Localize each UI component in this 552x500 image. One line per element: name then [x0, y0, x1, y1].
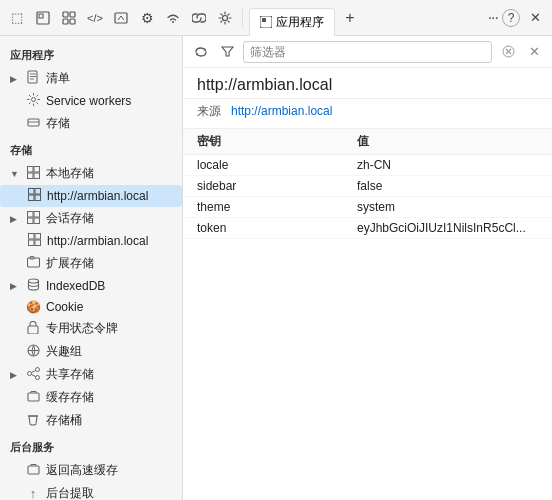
refresh-button[interactable] — [191, 42, 211, 62]
table-row[interactable]: locale zh-CN — [183, 155, 552, 176]
sidebar-item-back-cache[interactable]: 返回高速缓存 — [0, 459, 182, 482]
sidebar-item-qingdan[interactable]: ▶ 清单 — [0, 67, 182, 90]
svg-rect-1 — [39, 14, 43, 18]
grid-icon — [25, 166, 41, 182]
svg-line-38 — [31, 374, 35, 376]
app-tab[interactable]: 应用程序 — [249, 8, 335, 36]
app-tab-label: 应用程序 — [276, 14, 324, 31]
sidebar-item-ext-storage[interactable]: 扩展存储 — [0, 252, 182, 275]
origin-label: 来源 — [197, 104, 221, 118]
data-table: 密钥 值 locale zh-CN sidebar false theme sy… — [183, 129, 552, 500]
lock-icon — [25, 321, 41, 337]
toolbar-icon-1[interactable]: ⬚ — [6, 7, 28, 29]
svg-rect-10 — [28, 71, 37, 83]
col-header-val: 值 — [357, 133, 538, 150]
svg-rect-23 — [27, 218, 33, 224]
shared-icon — [25, 367, 41, 383]
sidebar-label-indexeddb: IndexedDB — [46, 279, 176, 293]
toolbar-icon-code[interactable]: </> — [84, 7, 106, 29]
row-val-2: system — [357, 200, 538, 214]
sidebar-label-backend-fetch: 后台提取 — [46, 485, 176, 500]
toolbar-icon-settings[interactable] — [214, 7, 236, 29]
sidebar-item-indexeddb[interactable]: ▶ IndexedDB — [0, 275, 182, 297]
svg-rect-14 — [34, 166, 40, 172]
filter-icon — [217, 42, 237, 62]
sidebar-label-local-storage: 本地存储 — [46, 165, 176, 182]
content-panel: ✕ http://armbian.local 来源 http://armbian… — [183, 36, 552, 500]
storage-icon — [25, 116, 41, 132]
svg-rect-4 — [63, 19, 68, 24]
url-header: http://armbian.local — [183, 68, 552, 99]
table-row[interactable]: sidebar false — [183, 176, 552, 197]
svg-rect-17 — [28, 189, 34, 195]
cookie-icon: 🍪 — [25, 300, 41, 314]
table-header: 密钥 值 — [183, 129, 552, 155]
delete-button[interactable]: ✕ — [524, 42, 544, 62]
origin-link[interactable]: http://armbian.local — [231, 104, 332, 118]
add-tab-button[interactable]: + — [339, 7, 361, 29]
sidebar-item-session-armbian[interactable]: http://armbian.local — [0, 230, 182, 252]
sidebar-item-service-workers[interactable]: Service workers — [0, 90, 182, 112]
doc-icon — [25, 70, 41, 87]
svg-rect-32 — [28, 326, 38, 334]
sidebar-label-qingdan: 清单 — [46, 70, 176, 87]
filter-input-wrap[interactable] — [243, 41, 492, 63]
row-key-3: token — [197, 221, 357, 235]
toolbar-icon-4[interactable] — [110, 7, 132, 29]
main-toolbar: ⬚ </> ⚙ 应用程序 + ··· ? ✕ — [0, 0, 552, 36]
svg-rect-19 — [28, 195, 34, 201]
back-cache-icon — [25, 463, 41, 479]
sidebar-item-status-token[interactable]: 专用状态令牌 — [0, 317, 182, 340]
sidebar-item-local-storage[interactable]: ▼ 本地存储 — [0, 162, 182, 185]
svg-rect-25 — [28, 234, 34, 240]
sidebar-item-local-armbian[interactable]: http://armbian.local — [0, 185, 182, 207]
expand-icon-4: ▶ — [10, 370, 20, 380]
svg-rect-9 — [262, 18, 266, 22]
svg-rect-39 — [28, 393, 39, 401]
toolbar-icon-link[interactable] — [188, 7, 210, 29]
sidebar-item-interest-group[interactable]: 兴趣组 — [0, 340, 182, 363]
svg-rect-2 — [63, 12, 68, 17]
sidebar-label-cuncun: 存储 — [46, 115, 176, 132]
sidebar-item-cuncun[interactable]: 存储 — [0, 112, 182, 135]
table-row[interactable]: theme system — [183, 197, 552, 218]
sidebar: 应用程序 ▶ 清单 Service workers 存储 存储 — [0, 36, 183, 500]
filter-input[interactable] — [250, 45, 485, 59]
svg-rect-26 — [35, 234, 41, 240]
col-header-key: 密钥 — [197, 133, 357, 150]
svg-point-7 — [223, 15, 228, 20]
svg-rect-3 — [70, 12, 75, 17]
svg-rect-5 — [70, 19, 75, 24]
help-button[interactable]: ? — [502, 9, 520, 27]
content-toolbar: ✕ — [183, 36, 552, 68]
row-key-2: theme — [197, 200, 357, 214]
sidebar-label-interest-group: 兴趣组 — [46, 343, 176, 360]
svg-rect-16 — [34, 173, 40, 179]
clear-filter-button[interactable] — [498, 42, 518, 62]
arrow-icon: ▶ — [10, 74, 20, 84]
sidebar-item-shared-storage[interactable]: ▶ 共享存储 — [0, 363, 182, 386]
toolbar-sep — [242, 9, 243, 27]
sidebar-label-cache-storage: 缓存存储 — [46, 389, 176, 406]
app-section-title: 应用程序 — [0, 40, 182, 67]
svg-rect-27 — [28, 240, 34, 246]
close-button[interactable]: ✕ — [524, 7, 546, 29]
toolbar-icon-3[interactable] — [58, 7, 80, 29]
toolbar-icon-gear[interactable]: ⚙ — [136, 7, 158, 29]
row-key-1: sidebar — [197, 179, 357, 193]
sidebar-item-backend-fetch[interactable]: ↑ 后台提取 — [0, 482, 182, 500]
sidebar-item-store[interactable]: 存储桶 — [0, 409, 182, 432]
sidebar-item-cache-storage[interactable]: 缓存存储 — [0, 386, 182, 409]
svg-rect-28 — [35, 240, 41, 246]
table-row[interactable]: token eyJhbGciOiJIUzI1NilsInR5cCl... — [183, 218, 552, 239]
svg-rect-20 — [35, 195, 41, 201]
sidebar-item-cookie[interactable]: 🍪 Cookie — [0, 297, 182, 317]
svg-rect-41 — [28, 466, 39, 474]
svg-rect-15 — [27, 173, 33, 179]
sidebar-item-session-storage[interactable]: ▶ 会话存储 — [0, 207, 182, 230]
svg-point-34 — [27, 371, 31, 375]
toolbar-icon-wifi[interactable] — [162, 7, 184, 29]
more-button[interactable]: ··· — [488, 9, 498, 27]
toolbar-icon-2[interactable] — [32, 7, 54, 29]
svg-point-35 — [35, 367, 39, 371]
